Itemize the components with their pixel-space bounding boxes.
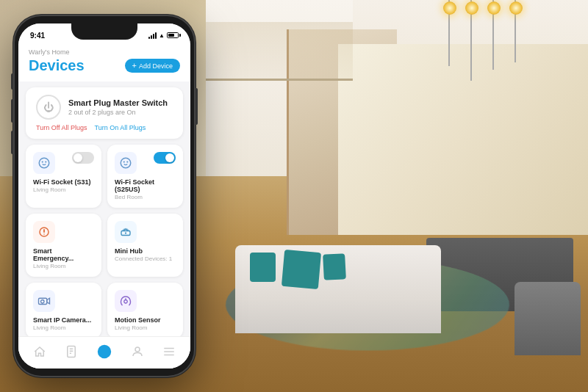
hanging-light-2 [470, 0, 472, 81]
nav-item-menu[interactable] [157, 342, 182, 364]
bulb-1 [443, 1, 456, 15]
device-name: Wi-Fi Socket (S31) [33, 178, 94, 186]
device-card-header [115, 290, 176, 312]
home-label: Warly's Home [29, 48, 180, 56]
svg-point-2 [45, 161, 46, 162]
battery-fill [168, 34, 174, 37]
bulb-3 [487, 1, 501, 15]
svg-point-18 [135, 347, 140, 352]
device-name: Wi-Fi Socket (S25US) [115, 178, 176, 193]
device-card[interactable]: Wi-Fi Socket (S31) Living Room [26, 145, 101, 208]
device-room: Connected Devices: 1 [115, 255, 176, 262]
teal-cushion-2 [282, 250, 321, 289]
armchair [514, 282, 581, 355]
menu-nav-icon [162, 345, 176, 361]
device-card[interactable]: Mini Hub Connected Devices: 1 [107, 214, 183, 277]
svg-point-17 [98, 344, 111, 357]
device-room: Living Room [33, 324, 94, 331]
svg-point-9 [125, 232, 126, 233]
bulb-4 [509, 1, 523, 15]
teal-cushion-3 [323, 253, 346, 280]
svg-point-0 [39, 158, 49, 168]
volume-up-button[interactable] [11, 99, 13, 123]
home-nav-icon [33, 345, 46, 361]
power-icon: ⏻ [36, 95, 61, 120]
bottom-nav [18, 336, 190, 369]
master-subtitle: 2 out of 2 plugs are On [68, 109, 168, 116]
master-actions: Turn Off All Plugs Turn On All Plugs [36, 124, 173, 131]
svg-point-4 [123, 161, 125, 162]
nav-item-home[interactable] [27, 342, 52, 364]
volume-down-button[interactable] [11, 131, 13, 154]
device-card-header [33, 221, 94, 243]
devices-list-nav-icon [65, 345, 78, 361]
hanging-light-4 [514, 0, 516, 62]
device-card[interactable]: Motion Sensor Living Room [107, 283, 183, 338]
sofa [235, 245, 441, 333]
app-content: Warly's Home Devices + Add Device ⏻ Sm [18, 44, 190, 369]
phone-screen: 9:41 ▲ Warly's Home [18, 23, 190, 369]
battery-tip [179, 34, 181, 37]
power-button[interactable] [196, 88, 198, 125]
devices-row: Devices + Add Device [29, 57, 180, 74]
app-header: Warly's Home Devices + Add Device [18, 44, 190, 81]
add-device-label: Add Device [139, 62, 173, 70]
device-card[interactable]: Smart IP Camera... Living Room [26, 283, 101, 338]
device-name: Smart IP Camera... [33, 316, 94, 324]
device-name: Motion Sensor [115, 316, 176, 324]
hanging-light-3 [492, 0, 494, 70]
device-room: Bed Room [115, 194, 176, 200]
nav-item-profile[interactable] [125, 342, 150, 364]
hanging-light-1 [448, 0, 450, 66]
bulb-2 [465, 1, 478, 15]
turn-on-all-button[interactable]: Turn On All Plugs [95, 124, 146, 131]
device-card-header [33, 152, 94, 174]
status-time: 9:41 [30, 32, 45, 40]
power-symbol: ⏻ [43, 101, 54, 113]
teal-cushion-1 [250, 253, 276, 282]
device-card-header [115, 221, 176, 243]
device-icon [33, 290, 55, 312]
device-name: Mini Hub [115, 247, 176, 255]
svg-point-5 [126, 161, 128, 162]
device-room: Living Room [33, 263, 94, 269]
device-icon [33, 152, 55, 174]
device-icon [115, 152, 137, 174]
device-card[interactable]: Smart Emergency... Living Room [26, 214, 101, 277]
device-icon [33, 221, 55, 243]
rooms-nav-icon [96, 344, 112, 363]
nav-item-rooms[interactable] [90, 341, 118, 366]
device-room: Living Room [115, 324, 176, 331]
svg-point-7 [43, 233, 45, 235]
wifi-icon: ▲ [159, 32, 165, 39]
master-title: Smart Plug Master Switch [68, 98, 168, 107]
master-switch-card: ⏻ Smart Plug Master Switch 2 out of 2 pl… [26, 87, 183, 139]
device-toggle[interactable] [154, 152, 176, 164]
device-grid: Wi-Fi Socket (S31) Living Room Wi-Fi Soc… [18, 145, 190, 346]
master-info: Smart Plug Master Switch 2 out of 2 plug… [68, 98, 168, 116]
device-card-header [115, 152, 176, 174]
railing [206, 22, 353, 81]
phone-notch [71, 23, 137, 40]
bg-kitchen [338, 44, 588, 235]
signal-icon [148, 32, 157, 39]
master-card-top: ⏻ Smart Plug Master Switch 2 out of 2 pl… [36, 95, 173, 120]
battery-icon [167, 32, 179, 38]
turn-off-all-button[interactable]: Turn Off All Plugs [36, 124, 87, 131]
svg-point-11 [41, 300, 45, 304]
device-name: Smart Emergency... [33, 247, 94, 262]
svg-point-12 [124, 300, 128, 304]
device-card[interactable]: Wi-Fi Socket (S25US) Bed Room [107, 145, 183, 208]
device-toggle[interactable] [72, 152, 94, 164]
nav-item-devices-list[interactable] [59, 342, 84, 364]
mute-button[interactable] [11, 73, 13, 90]
device-icon [115, 221, 137, 243]
toggle-knob [74, 153, 82, 162]
toggle-knob [165, 153, 174, 162]
add-device-button[interactable]: + Add Device [125, 59, 180, 73]
status-icons: ▲ [148, 32, 179, 39]
device-card-header [33, 290, 94, 312]
page-title: Devices [29, 57, 85, 74]
svg-point-3 [121, 158, 131, 168]
device-icon [115, 290, 137, 312]
